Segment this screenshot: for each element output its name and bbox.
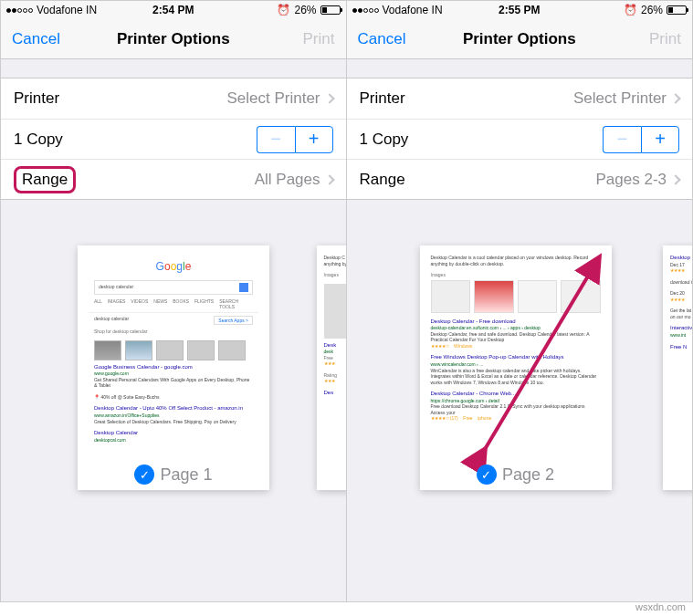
decrement-button[interactable]: − [603, 126, 641, 153]
page-thumbnail-1[interactable]: Google desktop calendar ALLIMAGESVIDEOSN… [78, 245, 269, 490]
nav-bar: Cancel Printer Options Print [347, 19, 693, 59]
status-bar: Vodafone IN 2:55 PM ⏰ 26% [347, 1, 693, 19]
preview-scroll[interactable]: Google desktop calendar ALLIMAGESVIDEOSN… [1, 224, 346, 601]
settings-list: Printer Select Printer 1 Copy − + Range [1, 78, 346, 200]
page-label: ✓ Page 1 [78, 465, 269, 485]
alarm-icon: ⏰ [277, 4, 290, 16]
copies-stepper: − + [257, 126, 333, 153]
printer-label: Printer [14, 89, 59, 108]
clock-time: 2:54 PM [152, 4, 194, 16]
chevron-right-icon [324, 93, 334, 103]
copies-stepper: − + [603, 126, 679, 153]
carrier-label: Vodafone IN [37, 4, 97, 16]
signal-strength-icon [352, 8, 379, 13]
copies-label: 1 Copy [14, 131, 63, 149]
page-thumbnail-next[interactable]: Desktop Canything by Images DeskdeskFree… [317, 245, 346, 490]
printer-label: Printer [360, 89, 405, 108]
panel-left: Vodafone IN 2:54 PM ⏰ 26% Cancel Printer… [1, 1, 347, 601]
alarm-icon: ⏰ [624, 4, 637, 16]
battery-percentage: 26% [294, 4, 316, 16]
increment-button[interactable]: + [295, 126, 333, 153]
row-printer[interactable]: Printer Select Printer [347, 78, 693, 119]
screenshot-pair: Vodafone IN 2:54 PM ⏰ 26% Cancel Printer… [0, 0, 693, 602]
print-button[interactable]: Print [303, 30, 335, 48]
page-thumbnail-next[interactable]: DesktopDec 17★★★★ download i Dec 20★★★★ … [663, 245, 692, 490]
chevron-right-icon [324, 174, 334, 184]
battery-icon [320, 5, 341, 15]
carrier-label: Vodafone IN [383, 4, 443, 16]
range-value: Pages 2-3 [596, 171, 667, 189]
printer-value: Select Printer [573, 89, 667, 108]
check-icon: ✓ [477, 465, 497, 485]
nav-bar: Cancel Printer Options Print [1, 19, 346, 59]
range-value: All Pages [255, 171, 320, 189]
row-copies: 1 Copy − + [1, 119, 346, 159]
range-label-highlighted: Range [14, 166, 76, 193]
signal-strength-icon [6, 8, 33, 13]
increment-button[interactable]: + [641, 126, 679, 153]
cancel-button[interactable]: Cancel [358, 30, 406, 48]
check-icon: ✓ [134, 465, 154, 485]
battery-icon [667, 5, 687, 15]
battery-percentage: 26% [641, 4, 663, 16]
page-thumbnail-2[interactable]: Desktop Calendar is a cool calendar plac… [420, 245, 612, 490]
range-label: Range [360, 171, 405, 189]
row-range[interactable]: Range Pages 2-3 [347, 159, 693, 199]
watermark: wsxdn.com [635, 601, 686, 612]
panel-right: Vodafone IN 2:55 PM ⏰ 26% Cancel Printer… [347, 1, 693, 601]
preview-scroll[interactable]: Desktop Calendar is a cool calendar plac… [347, 224, 693, 601]
settings-list: Printer Select Printer 1 Copy − + Range … [347, 78, 693, 200]
row-range[interactable]: Range All Pages [1, 159, 346, 199]
page-title: Printer Options [117, 30, 230, 48]
chevron-right-icon [670, 174, 680, 184]
cancel-button[interactable]: Cancel [12, 30, 60, 48]
decrement-button[interactable]: − [257, 126, 295, 153]
clock-time: 2:55 PM [499, 4, 540, 16]
row-copies: 1 Copy − + [347, 119, 693, 159]
status-bar: Vodafone IN 2:54 PM ⏰ 26% [1, 1, 346, 19]
row-printer[interactable]: Printer Select Printer [1, 78, 346, 119]
copies-label: 1 Copy [360, 131, 409, 149]
page-label: ✓ Page 2 [420, 465, 612, 485]
print-button[interactable]: Print [649, 30, 681, 48]
printer-value: Select Printer [226, 89, 320, 108]
page-title: Printer Options [463, 30, 576, 48]
chevron-right-icon [670, 93, 680, 103]
